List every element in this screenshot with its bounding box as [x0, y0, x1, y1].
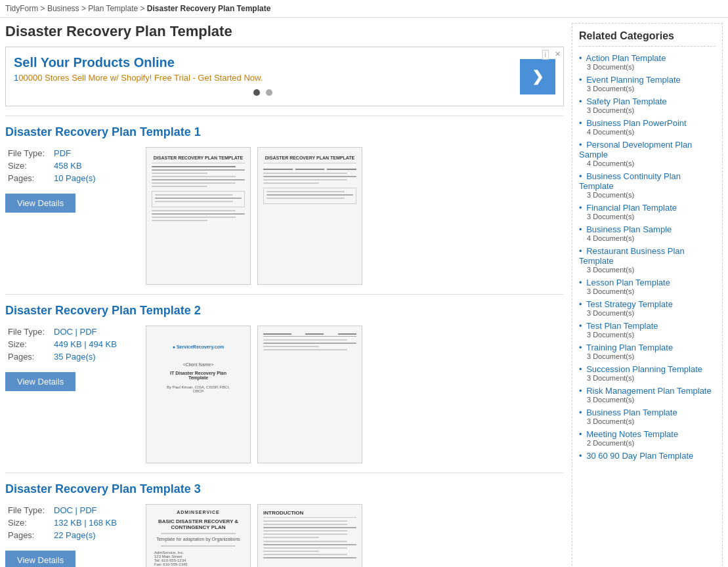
bullet-icon: • — [579, 408, 582, 417]
file-type-row-1: File Type: PDF — [5, 147, 98, 159]
doc-line — [263, 557, 356, 558]
preview-img-1a[interactable]: DISASTER RECOVERY PLAN TEMPLATE — [146, 147, 251, 285]
doc-header-row — [263, 166, 356, 170]
sidebar-link-business-plan-sample[interactable]: Business Plan Sample — [586, 224, 672, 234]
bullet-icon: • — [579, 364, 582, 374]
doc-line — [263, 527, 356, 528]
doc-line — [263, 349, 347, 350]
pages-row-3: Pages: 22 Page(s) — [5, 529, 119, 541]
sidebar-link-safety-plan[interactable]: Safety Plan Template — [586, 96, 667, 106]
bullet-icon: • — [579, 321, 582, 331]
template-title-2[interactable]: Disaster Recovery Plan Template 2 — [5, 304, 564, 318]
breadcrumb-business[interactable]: Business — [47, 4, 79, 13]
template-info-1: File Type: PDF Size: 458 KB Pages: 10 Pa… — [5, 147, 137, 213]
sidebar-title: Related Categories — [579, 30, 716, 47]
sidebar-link-financial-plan[interactable]: Financial Plan Template — [586, 203, 677, 213]
file-type-row-2: File Type: DOC | PDF — [5, 326, 119, 338]
ad-close-icon[interactable]: ✕ — [555, 50, 561, 58]
sidebar-link-succession[interactable]: Succession Planning Template — [586, 364, 702, 374]
ad-dot-1[interactable] — [253, 89, 260, 96]
doc-line — [152, 210, 236, 211]
sidebar-link-30-60-90[interactable]: 30 60 90 Day Plan Template — [586, 451, 693, 461]
sidebar-link-training-plan[interactable]: Training Plan Template — [586, 343, 673, 352]
sidebar-link-test-plan[interactable]: Test Plan Template — [586, 321, 658, 331]
doc-preview-content-3a: ADMINSERVICE BASIC DISASTER RECOVERY &CO… — [146, 505, 250, 567]
preview-img-2b[interactable] — [257, 326, 362, 463]
pages-label-1: Pages: — [5, 172, 51, 184]
doc-line — [152, 182, 236, 184]
doc-preview-content-1a: DISASTER RECOVERY PLAN TEMPLATE — [146, 148, 250, 228]
template-title-1[interactable]: Disaster Recovery Plan Template 1 — [5, 125, 564, 139]
sidebar-item-business-continuity: • Business Continuity Plan Template 3 Do… — [579, 171, 716, 199]
doc-line — [263, 530, 347, 532]
template-title-3[interactable]: Disaster Recovery Plan Template 3 — [5, 482, 564, 496]
bullet-icon: • — [579, 343, 582, 352]
template-body-2: File Type: DOC | PDF Size: 449 KB | 494 … — [5, 326, 564, 463]
template-item-1: Disaster Recovery Plan Template 1 File T… — [5, 116, 564, 294]
sidebar-link-personal-dev[interactable]: Personal Development Plan Sample — [579, 140, 692, 159]
pages-label-3: Pages: — [5, 529, 51, 541]
doc-line — [263, 541, 347, 542]
template-info-2: File Type: DOC | PDF Size: 449 KB | 494 … — [5, 326, 137, 391]
preview-img-1b[interactable]: DISASTER RECOVERY PLAN TEMPLATE — [257, 147, 362, 285]
file-type-value-2: DOC | PDF — [51, 326, 119, 338]
doc-line — [267, 191, 345, 192]
bullet-icon: • — [579, 246, 582, 256]
sidebar-item-business-plan-template: • Business Plan Template 3 Document(s) — [579, 408, 716, 425]
preview-img-3b[interactable]: INTRODUCTION — [257, 504, 362, 567]
sidebar-link-risk-management[interactable]: Risk Management Plan Template — [586, 386, 712, 396]
sidebar-link-meeting-notes[interactable]: Meeting Notes Template — [586, 429, 678, 439]
sidebar-count-test-strategy: 3 Document(s) — [579, 309, 716, 317]
page-wrapper: Disaster Recovery Plan Template i ✕ Sell… — [0, 18, 728, 567]
size-label-2: Size: — [5, 338, 51, 350]
doc-line — [263, 346, 319, 347]
ad-arrow-icon: ❯ — [532, 68, 544, 85]
file-type-row-3: File Type: DOC | PDF — [5, 504, 119, 516]
view-details-button-1[interactable]: View Details — [5, 194, 75, 213]
sidebar-count-financial-plan: 3 Document(s) — [579, 213, 716, 220]
sidebar-count-business-plan-ppt: 4 Document(s) — [579, 128, 716, 136]
ad-dot-2[interactable] — [266, 89, 272, 96]
sidebar-count-personal-dev: 4 Document(s) — [579, 159, 716, 167]
ad-headline: Sell Your Products Online — [14, 55, 512, 70]
doc-line — [263, 554, 347, 555]
sidebar-count-test-plan: 3 Document(s) — [579, 331, 716, 339]
pages-row-1: Pages: 10 Page(s) — [5, 172, 98, 184]
bullet-icon: • — [579, 278, 582, 287]
doc-line — [152, 176, 236, 177]
breadcrumb-plan-template[interactable]: Plan Template — [88, 4, 138, 13]
size-row-1: Size: 458 KB — [5, 159, 98, 172]
doc-line — [263, 182, 319, 184]
doc-line — [263, 343, 356, 344]
preview-img-3a[interactable]: ADMINSERVICE BASIC DISASTER RECOVERY &CO… — [146, 504, 251, 567]
file-type-value-1: PDF — [51, 147, 98, 159]
sidebar-count-event-planning: 3 Document(s) — [579, 85, 716, 93]
sidebar-link-action-plan[interactable]: Action Plan Template — [586, 53, 666, 63]
doc-bullet-block — [263, 541, 356, 558]
preview-img-2a[interactable]: ● ServiceRecovery.com <Client Name> IT D… — [146, 326, 251, 463]
template-info-table-2: File Type: DOC | PDF Size: 449 KB | 494 … — [5, 326, 119, 363]
sidebar-link-lesson-plan[interactable]: Lesson Plan Template — [586, 278, 670, 287]
breadcrumb-tidyform[interactable]: TidyForm — [5, 4, 38, 13]
sidebar-count-training-plan: 3 Document(s) — [579, 352, 716, 360]
view-details-button-2[interactable]: View Details — [5, 372, 75, 391]
pages-value-2: 35 Page(s) — [51, 350, 119, 363]
doc-preview-content-3b: INTRODUCTION — [258, 505, 362, 566]
view-details-button-3[interactable]: View Details — [5, 551, 75, 567]
doc-line — [155, 194, 233, 196]
sidebar-link-event-planning[interactable]: Event Planning Template — [586, 75, 681, 85]
bullet-icon: • — [579, 429, 582, 439]
doc-col — [338, 333, 356, 335]
ad-arrow-button[interactable]: ❯ — [520, 59, 555, 94]
doc-header-2b — [263, 331, 356, 337]
sidebar-link-business-plan-template[interactable]: Business Plan Template — [586, 408, 677, 417]
sidebar-count-safety-plan: 3 Document(s) — [579, 106, 716, 114]
sidebar-link-restaurant[interactable]: Restaurant Business Plan Template — [579, 246, 685, 266]
doc-line — [155, 201, 233, 202]
bullet-icon: • — [579, 224, 582, 234]
sidebar-link-business-continuity[interactable]: Business Continuity Plan Template — [579, 171, 681, 191]
sidebar-item-training-plan: • Training Plan Template 3 Document(s) — [579, 343, 716, 360]
sidebar-item-30-60-90: • 30 60 90 Day Plan Template — [579, 451, 716, 461]
sidebar-link-business-plan-ppt[interactable]: Business Plan PowerPoint — [586, 118, 686, 128]
sidebar-link-test-strategy[interactable]: Test Strategy Template — [586, 299, 673, 309]
